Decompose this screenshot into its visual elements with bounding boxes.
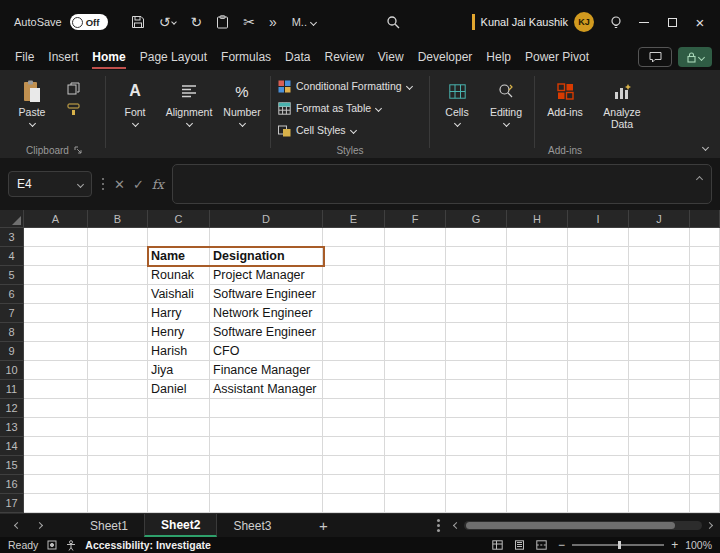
zoom-out-button[interactable]: − — [558, 538, 565, 552]
cell-I3[interactable] — [568, 228, 629, 247]
zoom-slider-thumb[interactable] — [618, 541, 621, 549]
cell-K13[interactable] — [690, 418, 720, 437]
scrollbar-thumb[interactable] — [466, 522, 675, 529]
cell-J5[interactable] — [629, 266, 690, 285]
cell-E3[interactable] — [323, 228, 385, 247]
cell-I14[interactable] — [568, 437, 629, 456]
column-header-F[interactable]: F — [385, 210, 446, 227]
cell-H10[interactable] — [507, 361, 568, 380]
cell-G16[interactable] — [446, 475, 507, 494]
cell-styles-button[interactable]: Cell Styles — [274, 119, 426, 141]
column-header-G[interactable]: G — [446, 210, 507, 227]
cell-K8[interactable] — [690, 323, 720, 342]
account-button[interactable]: Kunal Jai Kaushik KJ — [472, 12, 594, 32]
cell-B10[interactable] — [88, 361, 148, 380]
cell-I6[interactable] — [568, 285, 629, 304]
cell-E15[interactable] — [323, 456, 385, 475]
cell-D10[interactable]: Finance Manager — [210, 361, 323, 380]
column-header-I[interactable]: I — [568, 210, 629, 227]
cell-H8[interactable] — [507, 323, 568, 342]
cell-C17[interactable] — [148, 494, 210, 513]
cell-D17[interactable] — [210, 494, 323, 513]
cell-B14[interactable] — [88, 437, 148, 456]
confirm-entry-icon[interactable]: ✓ — [133, 177, 144, 192]
cell-B5[interactable] — [88, 266, 148, 285]
cell-J11[interactable] — [629, 380, 690, 399]
cell-D13[interactable] — [210, 418, 323, 437]
sheet-tab-sheet1[interactable]: Sheet1 — [74, 514, 144, 537]
cell-K9[interactable] — [690, 342, 720, 361]
cell-I17[interactable] — [568, 494, 629, 513]
copy-icon[interactable] — [67, 82, 80, 95]
paste-button[interactable]: Paste — [6, 72, 58, 142]
menu-tab-insert[interactable]: Insert — [41, 45, 85, 69]
normal-view-icon[interactable] — [492, 540, 503, 550]
cell-C8[interactable]: Henry — [148, 323, 210, 342]
cell-G15[interactable] — [446, 456, 507, 475]
cell-K16[interactable] — [690, 475, 720, 494]
cell-B7[interactable] — [88, 304, 148, 323]
cell-F15[interactable] — [385, 456, 446, 475]
cell-J10[interactable] — [629, 361, 690, 380]
cell-J8[interactable] — [629, 323, 690, 342]
cell-A12[interactable] — [24, 399, 88, 418]
scroll-left-icon[interactable] — [453, 522, 460, 529]
cell-H4[interactable] — [507, 247, 568, 266]
row-header-4[interactable]: 4 — [0, 247, 24, 266]
row-header-16[interactable]: 16 — [0, 475, 24, 494]
cell-F8[interactable] — [385, 323, 446, 342]
cell-J14[interactable] — [629, 437, 690, 456]
cell-K10[interactable] — [690, 361, 720, 380]
cell-B6[interactable] — [88, 285, 148, 304]
more-commands-icon[interactable]: » — [269, 15, 277, 29]
cell-F6[interactable] — [385, 285, 446, 304]
cell-J7[interactable] — [629, 304, 690, 323]
cell-D11[interactable]: Assistant Manager — [210, 380, 323, 399]
scrollbar-track[interactable] — [464, 521, 702, 530]
cell-A13[interactable] — [24, 418, 88, 437]
maximize-button[interactable] — [658, 8, 686, 36]
row-header-15[interactable]: 15 — [0, 456, 24, 475]
cell-E6[interactable] — [323, 285, 385, 304]
font-button[interactable]: A Font — [109, 72, 161, 142]
cell-K4[interactable] — [690, 247, 720, 266]
column-header-H[interactable]: H — [507, 210, 568, 227]
cell-K11[interactable] — [690, 380, 720, 399]
cell-D6[interactable]: Software Engineer — [210, 285, 323, 304]
lightbulb-icon[interactable] — [609, 15, 623, 30]
menu-tab-formulas[interactable]: Formulas — [214, 45, 278, 69]
cell-K12[interactable] — [690, 399, 720, 418]
cell-E11[interactable] — [323, 380, 385, 399]
row-header-17[interactable]: 17 — [0, 494, 24, 513]
cell-B17[interactable] — [88, 494, 148, 513]
cell-D16[interactable] — [210, 475, 323, 494]
cell-D8[interactable]: Software Engineer — [210, 323, 323, 342]
cell-G13[interactable] — [446, 418, 507, 437]
cell-A14[interactable] — [24, 437, 88, 456]
cell-J12[interactable] — [629, 399, 690, 418]
cell-K3[interactable] — [690, 228, 720, 247]
cell-B12[interactable] — [88, 399, 148, 418]
row-header-3[interactable]: 3 — [0, 228, 24, 247]
menu-tab-help[interactable]: Help — [479, 45, 518, 69]
cell-B13[interactable] — [88, 418, 148, 437]
cell-E16[interactable] — [323, 475, 385, 494]
cell-A16[interactable] — [24, 475, 88, 494]
column-header-B[interactable]: B — [88, 210, 148, 227]
cell-H16[interactable] — [507, 475, 568, 494]
format-painter-icon[interactable] — [67, 103, 80, 116]
scroll-right-icon[interactable] — [706, 522, 713, 529]
menu-tab-developer[interactable]: Developer — [411, 45, 480, 69]
cell-A5[interactable] — [24, 266, 88, 285]
addins-button[interactable]: Add-ins — [538, 72, 592, 142]
menu-tab-data[interactable]: Data — [278, 45, 317, 69]
formula-bar-handle-icon[interactable] — [102, 183, 104, 185]
cell-J4[interactable] — [629, 247, 690, 266]
accessibility-status[interactable]: Accessibility: Investigate — [85, 539, 210, 551]
cell-H6[interactable] — [507, 285, 568, 304]
cell-A9[interactable] — [24, 342, 88, 361]
cell-A6[interactable] — [24, 285, 88, 304]
analyze-data-button[interactable]: Analyze Data — [592, 72, 652, 142]
cell-A17[interactable] — [24, 494, 88, 513]
cell-G14[interactable] — [446, 437, 507, 456]
